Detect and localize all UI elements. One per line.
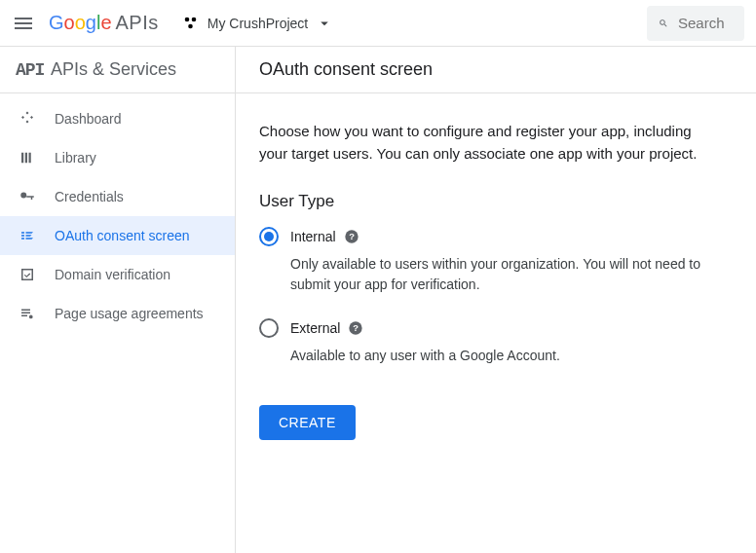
svg-point-1 [191, 17, 196, 21]
svg-point-0 [184, 17, 189, 21]
radio-desc-internal: Only available to users within your orga… [290, 254, 719, 295]
logo-suffix: APIs [116, 12, 159, 34]
sidebar-item-label: Page usage agreements [55, 306, 204, 321]
agreements-icon [16, 302, 39, 325]
chevron-down-icon [316, 15, 333, 32]
sidebar-item-domain-verification[interactable]: Domain verification [0, 255, 235, 294]
search-input[interactable] [678, 15, 733, 31]
sidebar-item-label: Dashboard [55, 111, 122, 127]
api-logo-icon: API [16, 60, 39, 80]
section-title-user-type: User Type [259, 192, 719, 211]
sidebar-item-credentials[interactable]: Credentials [0, 177, 235, 216]
page-description: Choose how you want to configure and reg… [259, 121, 719, 165]
sidebar: API APIs & Services Dashboard Library Cr… [0, 47, 236, 553]
radio-internal[interactable] [259, 227, 279, 246]
help-icon[interactable]: ? [348, 320, 363, 336]
search-icon [659, 14, 668, 33]
sidebar-item-library[interactable]: Library [0, 138, 235, 177]
sidebar-item-label: Domain verification [55, 267, 170, 282]
radio-label-internal: Internal [290, 229, 336, 244]
main-content: OAuth consent screen Choose how you want… [236, 47, 756, 553]
sidebar-item-label: OAuth consent screen [55, 228, 190, 243]
sidebar-header[interactable]: API APIs & Services [0, 47, 235, 93]
radio-external[interactable] [259, 318, 279, 338]
radio-label-external: External [290, 320, 340, 336]
project-icon [182, 15, 200, 32]
top-bar: Google APIs My CrushProject [0, 0, 756, 47]
radio-desc-external: Available to any user with a Google Acco… [290, 346, 719, 366]
svg-text:?: ? [349, 232, 355, 241]
project-selector[interactable]: My CrushProject [182, 15, 333, 32]
verify-icon [16, 263, 39, 286]
create-button[interactable]: CREATE [259, 405, 356, 440]
page-title: OAuth consent screen [236, 47, 756, 93]
key-icon [16, 185, 39, 208]
project-name: My CrushProject [208, 16, 308, 31]
dashboard-icon [16, 107, 39, 130]
svg-point-2 [188, 23, 193, 28]
sidebar-item-label: Credentials [55, 189, 124, 204]
help-icon[interactable]: ? [344, 229, 359, 244]
consent-icon [16, 224, 39, 247]
radio-row-external[interactable]: External ? [259, 318, 719, 338]
library-icon [16, 146, 39, 169]
sidebar-item-label: Library [55, 150, 96, 166]
sidebar-item-oauth-consent[interactable]: OAuth consent screen [0, 216, 235, 255]
radio-row-internal[interactable]: Internal ? [259, 227, 719, 246]
sidebar-item-dashboard[interactable]: Dashboard [0, 99, 235, 138]
sidebar-title: APIs & Services [51, 59, 176, 80]
sidebar-item-page-usage[interactable]: Page usage agreements [0, 294, 235, 333]
search-box[interactable] [647, 6, 744, 41]
svg-text:?: ? [354, 323, 359, 333]
google-apis-logo[interactable]: Google APIs [49, 12, 159, 34]
hamburger-menu-icon[interactable] [12, 12, 35, 35]
